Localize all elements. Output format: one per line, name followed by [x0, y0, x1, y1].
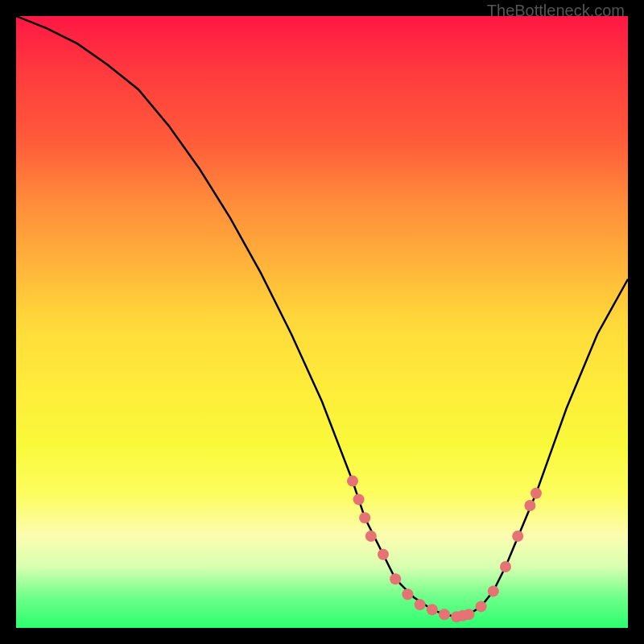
- data-marker: [524, 500, 535, 511]
- data-marker: [415, 599, 426, 610]
- data-marker: [402, 588, 413, 600]
- data-marker: [463, 609, 474, 620]
- data-marker: [500, 561, 511, 572]
- data-marker: [390, 573, 401, 584]
- data-marker: [347, 476, 358, 487]
- data-marker: [365, 530, 377, 542]
- chart-container: TheBottleneck.com: [0, 0, 644, 644]
- watermark-text: TheBottleneck.com: [487, 2, 625, 20]
- data-marker: [439, 609, 450, 620]
- data-marker: [488, 585, 499, 597]
- data-marker: [359, 512, 370, 523]
- data-marker: [378, 549, 389, 560]
- chart-svg: [16, 16, 628, 628]
- data-marker: [512, 530, 523, 542]
- data-marker: [427, 604, 438, 615]
- data-marker: [476, 601, 487, 612]
- data-marker: [530, 488, 542, 499]
- bottleneck-curve: [16, 16, 628, 617]
- data-marker: [353, 493, 365, 505]
